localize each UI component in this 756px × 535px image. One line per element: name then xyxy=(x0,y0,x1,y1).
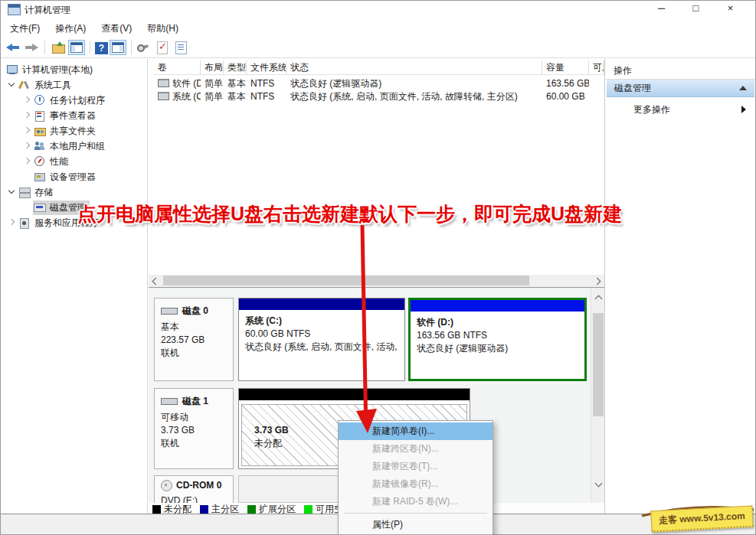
sidebar-item-计算机管理(本地)[interactable]: 计算机管理(本地) xyxy=(1,62,147,77)
forward-icon[interactable] xyxy=(23,40,40,55)
sidebar-item-任务计划程序[interactable]: 任务计划程序 xyxy=(1,93,147,108)
scroll-down-icon[interactable] xyxy=(594,481,602,488)
chevron-expanded-icon[interactable] xyxy=(5,186,18,198)
toolbar-separator xyxy=(131,41,132,54)
up-folder-icon[interactable] xyxy=(50,40,67,55)
watermark: 走客 www.5v13.com xyxy=(639,496,755,531)
check-disk-icon[interactable] xyxy=(155,40,172,55)
scroll-right-icon[interactable] xyxy=(594,277,602,285)
partition-type-bar xyxy=(239,298,404,310)
disk-0-label[interactable]: 磁盘 0 基本 223.57 GB 联机 xyxy=(154,298,234,381)
storage-icon xyxy=(18,187,31,197)
chevron-collapsed-icon xyxy=(21,171,33,183)
more-actions-item[interactable]: 更多操作 xyxy=(606,102,755,117)
menu-操作(A)[interactable]: 操作(A) xyxy=(47,20,93,38)
annotation-text: 点开电脑属性选择U盘右击选新建默认下一步，即可完成U盘新建 xyxy=(77,201,622,227)
cdrom-label[interactable]: CD-ROM 0 DVD (E:) xyxy=(154,475,234,503)
sidebar-item-系统工具[interactable]: 系统工具 xyxy=(1,77,147,93)
partition-type-bar xyxy=(239,389,470,400)
horizontal-scroll-thumb[interactable] xyxy=(163,276,529,285)
partition-软件 (D:)[interactable]: 软件 (D:)163.56 GB NTFS状态良好 (逻辑驱动器) xyxy=(408,298,587,381)
chevron-expanded-icon[interactable] xyxy=(5,79,18,91)
toolbar-separator xyxy=(90,41,90,54)
menu-item-新建简单卷(I)...[interactable]: 新建简单卷(I)... xyxy=(339,422,493,440)
perf-icon xyxy=(34,156,46,167)
legend-color-swatch xyxy=(247,505,256,514)
menu-item-新建带区卷(T)...: 新建带区卷(T)... xyxy=(339,458,493,475)
menu-item-属性(P)[interactable]: 属性(P) xyxy=(339,516,493,533)
menu-帮助(H)[interactable]: 帮助(H) xyxy=(139,20,186,38)
menu-item-新建 RAID-5 卷(W)...: 新建 RAID-5 卷(W)... xyxy=(339,493,493,511)
cd-icon xyxy=(161,480,172,491)
maximize-button[interactable]: □ xyxy=(679,1,713,18)
menu-item-新建镜像卷(R)...: 新建镜像卷(R)... xyxy=(339,475,493,493)
disk-1-label[interactable]: 磁盘 1 可移动 3.73 GB 联机 xyxy=(154,388,234,469)
properties-list-icon[interactable] xyxy=(173,40,190,55)
vertical-scrollbar[interactable] xyxy=(591,288,604,503)
minimize-button[interactable]: ─ xyxy=(644,1,679,18)
sharefolder-icon xyxy=(34,126,46,136)
column-header-布局[interactable]: 布局 xyxy=(201,60,224,75)
clock-icon xyxy=(34,95,46,106)
volume-icon xyxy=(158,79,169,87)
horizontal-scrollbar[interactable] xyxy=(149,275,604,288)
help-icon[interactable] xyxy=(95,42,108,54)
sidebar-item-共享文件夹[interactable]: 共享文件夹 xyxy=(1,123,147,139)
menu-separator xyxy=(344,513,487,514)
menu-item-新建跨区卷(N)...: 新建跨区卷(N)... xyxy=(339,440,493,458)
partition-type-bar xyxy=(411,300,584,312)
close-button[interactable]: × xyxy=(713,1,748,18)
chevron-collapsed-icon[interactable] xyxy=(21,109,33,122)
chevron-collapsed-icon[interactable] xyxy=(21,140,33,152)
devmgr-icon xyxy=(34,171,46,182)
scroll-up-icon[interactable] xyxy=(594,294,602,302)
computer-icon xyxy=(6,64,18,75)
volume-row[interactable]: 软件 (D:)简单基本NTFS状态良好 (逻辑驱动器)163.56 GB xyxy=(149,77,604,90)
scroll-left-icon[interactable] xyxy=(151,277,159,285)
chevron-collapsed-icon[interactable] xyxy=(21,94,33,106)
submenu-arrow-icon xyxy=(741,106,746,113)
menu-查看(V)[interactable]: 查看(V) xyxy=(93,20,139,38)
sidebar-item-事件查看器[interactable]: 事件查看器 xyxy=(1,108,147,123)
column-header-状态[interactable]: 状态 xyxy=(286,60,542,75)
column-header-容量[interactable]: 容量 xyxy=(542,60,589,75)
menu-文件(F)[interactable]: 文件(F) xyxy=(2,20,47,38)
column-header-可用空间[interactable]: 可用空间 xyxy=(589,60,604,75)
app-icon xyxy=(8,4,21,15)
disk-icon xyxy=(161,398,178,405)
chevron-collapsed-icon[interactable] xyxy=(21,155,33,168)
collapse-icon[interactable] xyxy=(739,86,747,90)
chevron-collapsed-icon xyxy=(21,201,33,214)
menu-bar: 文件(F)操作(A)查看(V)帮助(H) xyxy=(1,19,755,38)
legend-color-swatch xyxy=(304,505,313,514)
vertical-scroll-thumb[interactable] xyxy=(593,313,604,416)
window-title: 计算机管理 xyxy=(25,4,70,17)
toolbar xyxy=(1,38,755,58)
show-console-tree-icon[interactable] xyxy=(68,40,85,55)
column-header-类型[interactable]: 类型 xyxy=(224,60,247,75)
column-header-卷[interactable]: 卷 xyxy=(154,60,201,75)
chevron-collapsed-icon[interactable] xyxy=(5,217,18,229)
sidebar-item-本地用户和组[interactable]: 本地用户和组 xyxy=(1,139,147,154)
tools-icon xyxy=(18,80,31,90)
diskmgmt-icon xyxy=(34,202,46,213)
disk-0-row: 磁盘 0 基本 223.57 GB 联机 系统 (C:)60.00 GB NTF… xyxy=(154,298,587,381)
sidebar-item-存储[interactable]: 存储 xyxy=(1,184,147,200)
refresh-icon[interactable] xyxy=(136,40,153,55)
back-icon[interactable] xyxy=(5,40,21,55)
sidebar-item-性能[interactable]: 性能 xyxy=(1,154,147,169)
legend-color-swatch xyxy=(200,505,208,514)
actions-pane: 操作 磁盘管理 更多操作 xyxy=(606,59,755,514)
chevron-collapsed-icon[interactable] xyxy=(21,125,33,137)
console-tree: 计算机管理(本地)系统工具任务计划程序事件查看器共享文件夹本地用户和组性能设备管… xyxy=(1,59,148,514)
context-menu: 新建简单卷(I)...新建跨区卷(N)...新建带区卷(T)...新建镜像卷(R… xyxy=(338,420,493,535)
services-icon xyxy=(18,217,31,228)
partition-系统 (C:)[interactable]: 系统 (C:)60.00 GB NTFS状态良好 (系统, 启动, 页面文件, … xyxy=(238,298,405,381)
legend-color-swatch xyxy=(152,505,161,514)
column-header-文件系统[interactable]: 文件系统 xyxy=(247,60,286,75)
show-action-pane-icon[interactable] xyxy=(110,40,126,55)
volume-list-header: 卷布局类型文件系统状态容量可用空间 xyxy=(149,60,604,76)
volume-row[interactable]: 系统 (C:)简单基本NTFS状态良好 (系统, 启动, 页面文件, 活动, 故… xyxy=(149,90,604,103)
sidebar-item-设备管理器[interactable]: 设备管理器 xyxy=(1,169,147,184)
actions-section-disk-management[interactable]: 磁盘管理 xyxy=(607,80,754,97)
